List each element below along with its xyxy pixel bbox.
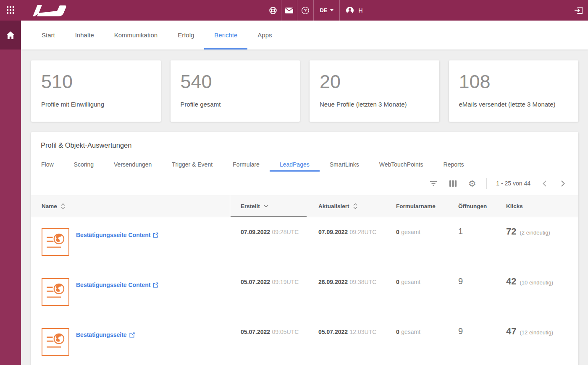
stat-value: 540 xyxy=(181,71,290,92)
language-globe-button[interactable] xyxy=(265,0,281,21)
tab-webtouchpoints[interactable]: WebTouchPoints xyxy=(369,157,433,172)
apps-grid-button[interactable] xyxy=(0,0,21,21)
logo-icon xyxy=(32,4,66,17)
formname-cell: 0 gesamt xyxy=(386,267,448,317)
messages-button[interactable] xyxy=(281,0,297,21)
tab-versendungen[interactable]: Versendungen xyxy=(104,157,162,172)
leadpage-thumbnail[interactable] xyxy=(42,278,69,306)
tab-reports[interactable]: Reports xyxy=(433,157,474,172)
settings-button[interactable]: ⚙ xyxy=(467,178,477,188)
form-count: 0 xyxy=(396,229,399,235)
created-date: 05.07.2022 xyxy=(241,279,270,285)
stat-value: 108 xyxy=(459,71,569,92)
tab-inhalte[interactable]: Inhalte xyxy=(65,21,104,50)
updated-cell: 05.07.2022 12:03UTC xyxy=(308,317,386,365)
tab-berichte[interactable]: Berichte xyxy=(204,21,247,50)
svg-text:?: ? xyxy=(304,8,307,13)
user-avatar-icon xyxy=(346,6,354,15)
clicks-unique: (2 eindeutig) xyxy=(520,229,550,236)
pagination-prev-button[interactable] xyxy=(540,178,549,188)
filter-button[interactable] xyxy=(428,178,438,188)
globe-icon xyxy=(269,6,277,15)
tab-formulare[interactable]: Formulare xyxy=(223,157,270,172)
updated-cell: 26.09.2022 09:38UTC xyxy=(308,267,386,317)
leadpage-link[interactable]: Bestätigungsseite Content xyxy=(76,232,158,238)
created-time: 09:19UTC xyxy=(272,279,299,285)
clicks-count: 42 xyxy=(506,276,516,287)
leadpage-link[interactable]: Bestätigungsseite xyxy=(76,331,135,338)
table-row: Bestätigungsseite 05.07.2022 09:05UTC xyxy=(31,317,578,365)
topbar-spacer xyxy=(66,0,265,21)
external-link-icon xyxy=(129,332,135,338)
sort-updown-icon xyxy=(61,203,65,209)
mail-icon xyxy=(285,8,293,13)
logout-button[interactable] xyxy=(569,0,588,21)
tab-trigger-event[interactable]: Trigger & Event xyxy=(162,157,223,172)
topbar-spacer xyxy=(370,0,569,21)
external-link-icon xyxy=(153,282,158,288)
updated-date: 07.09.2022 xyxy=(318,229,348,235)
language-selector[interactable]: DE xyxy=(314,0,340,21)
stat-card-emails-sent: 108 eMails versendet (letzte 3 Monate) xyxy=(449,60,579,122)
tab-kommunikation[interactable]: Kommunikation xyxy=(104,21,168,50)
leadpage-link[interactable]: Bestätigungsseite Content xyxy=(76,282,158,288)
created-cell: 05.07.2022 09:05UTC xyxy=(230,317,308,365)
column-label: Name xyxy=(42,203,57,209)
form-suffix: gesamt xyxy=(401,279,420,285)
sort-desc-icon xyxy=(264,205,268,208)
form-count: 0 xyxy=(396,279,399,285)
updated-time: 12:03UTC xyxy=(350,328,377,335)
leadpage-name: Bestätigungsseite xyxy=(76,331,127,338)
column-header-aktualisiert[interactable]: Aktualisiert xyxy=(308,195,386,217)
column-label: Erstellt xyxy=(241,203,260,209)
panel-title: Profil & Objekt-Auswertungen xyxy=(31,132,578,151)
gear-icon: ⚙ xyxy=(468,179,476,188)
toolbar-divider xyxy=(486,178,487,189)
updated-date: 05.07.2022 xyxy=(318,328,348,335)
pagination-next-button[interactable] xyxy=(558,178,567,188)
tab-erfolg[interactable]: Erfolg xyxy=(168,21,204,50)
updated-cell: 07.09.2022 09:28UTC xyxy=(308,217,386,267)
tab-leadpages[interactable]: LeadPages xyxy=(270,157,320,172)
created-time: 09:28UTC xyxy=(272,229,299,235)
logout-icon xyxy=(574,6,583,14)
stat-label: eMails versendet (letzte 3 Monate) xyxy=(459,101,569,108)
filter-icon xyxy=(430,181,437,186)
sidebar-item-home[interactable] xyxy=(0,21,21,50)
stat-label: Neue Profile (letzten 3 Monate) xyxy=(320,101,429,108)
stat-card-new-profiles: 20 Neue Profile (letzten 3 Monate) xyxy=(310,60,439,122)
report-tabs: Flow Scoring Versendungen Trigger & Even… xyxy=(31,157,578,172)
tab-flow[interactable]: Flow xyxy=(31,157,64,172)
tab-start[interactable]: Start xyxy=(32,21,65,50)
clicks-cell: 42 (10 eindeutig) xyxy=(496,267,578,317)
column-header-name[interactable]: Name xyxy=(31,195,230,217)
columns-button[interactable] xyxy=(448,178,458,188)
stat-card-total-profiles: 540 Profile gesamt xyxy=(171,60,300,122)
language-label: DE xyxy=(320,7,327,13)
page-globe-icon xyxy=(44,280,67,304)
tab-smartlinks[interactable]: SmartLinks xyxy=(320,157,369,172)
tab-scoring[interactable]: Scoring xyxy=(64,157,104,172)
topbar: ? DE H xyxy=(0,0,588,21)
report-panel: Profil & Objekt-Auswertungen Flow Scorin… xyxy=(31,132,578,365)
leadpage-name: Bestätigungsseite Content xyxy=(76,282,150,288)
table-row: Bestätigungsseite Content 07.09.2022 09:… xyxy=(31,217,578,267)
table-toolbar: ⚙ 1 - 25 von 44 xyxy=(31,172,578,195)
leadpage-thumbnail[interactable] xyxy=(42,228,69,256)
stat-value: 20 xyxy=(320,71,429,92)
leadpage-thumbnail[interactable] xyxy=(42,328,69,356)
page-globe-icon xyxy=(44,230,67,254)
sidebar xyxy=(0,21,21,365)
column-label: Klicks xyxy=(506,203,523,209)
form-count: 0 xyxy=(396,328,399,335)
created-cell: 07.09.2022 09:28UTC xyxy=(230,217,308,267)
tab-apps[interactable]: Apps xyxy=(247,21,282,50)
brand-logo[interactable] xyxy=(32,0,66,21)
column-header-erstellt[interactable]: Erstellt xyxy=(230,195,308,217)
leadpage-name: Bestätigungsseite Content xyxy=(76,232,150,238)
opens-cell: 1 xyxy=(448,217,496,267)
clicks-cell: 47 (12 eindeutig) xyxy=(496,317,578,365)
formname-cell: 0 gesamt xyxy=(386,217,448,267)
help-button[interactable]: ? xyxy=(297,0,314,21)
user-menu[interactable]: H xyxy=(340,0,370,21)
